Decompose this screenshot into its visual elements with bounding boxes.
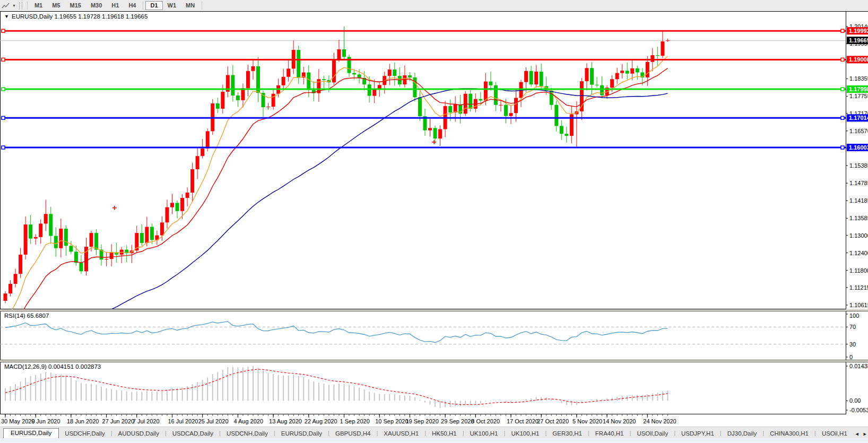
candle-body bbox=[216, 103, 220, 109]
date-axis-label: 13 Aug 2020 bbox=[269, 418, 302, 424]
candle-body bbox=[90, 233, 93, 247]
chart-tab-usdchf-daily[interactable]: USDCHF,Daily bbox=[59, 429, 110, 439]
chart-tab-fra40-h1[interactable]: FRA40,H1 bbox=[589, 429, 630, 439]
line-end-handle[interactable] bbox=[2, 88, 5, 91]
macd-histogram-bar bbox=[177, 388, 178, 401]
candle-body bbox=[59, 229, 63, 248]
chart-tab-uk100-h1[interactable]: UK100,H1 bbox=[505, 429, 545, 439]
chart-tab-audusd-daily[interactable]: AUDUSD,Daily bbox=[112, 429, 165, 439]
price-axis-label: 1.15385 bbox=[849, 162, 868, 169]
macd-axis-label: 0.00 bbox=[849, 397, 861, 404]
price-axis-label: 1.13000 bbox=[849, 232, 868, 239]
candle-body bbox=[580, 81, 584, 111]
tab-scroll-right-icon[interactable]: ► bbox=[861, 431, 868, 439]
macd-histogram-bar bbox=[318, 383, 319, 401]
timeframe-toolbar: ▼ M1M5M15M30H1H4D1W1MN bbox=[0, 0, 868, 12]
macd-histogram-bar bbox=[258, 368, 259, 401]
line-end-handle[interactable] bbox=[841, 29, 844, 32]
candle-body bbox=[297, 50, 300, 77]
tab-scroll-left-icon[interactable]: ◄ bbox=[853, 431, 861, 439]
candle-body bbox=[29, 224, 32, 238]
candle-body bbox=[14, 274, 18, 284]
toolbar-grip[interactable] bbox=[19, 2, 22, 10]
date-axis[interactable]: 30 May 20209 Jun 202018 Jun 202027 Jun 2… bbox=[0, 414, 868, 427]
line-end-handle[interactable] bbox=[841, 146, 844, 149]
macd-panel[interactable]: 0.0143840.00-0.00539MACD(12,26,9) 0.0041… bbox=[0, 362, 868, 414]
arrow-marker[interactable] bbox=[432, 140, 436, 144]
chart-tab-uk100-h1[interactable]: UK100,H1 bbox=[464, 429, 504, 439]
arrow-marker[interactable] bbox=[112, 206, 117, 210]
chart-tab-eurusd-daily[interactable]: EURUSD,Daily bbox=[275, 429, 328, 439]
macd-histogram-bar bbox=[157, 392, 158, 401]
candle-body bbox=[610, 79, 614, 88]
rsi-panel[interactable]: 10070300RSI(14) 65.6807 bbox=[0, 311, 868, 360]
macd-histogram-bar bbox=[480, 401, 481, 403]
candle-body bbox=[630, 68, 634, 74]
candle-body bbox=[448, 106, 452, 112]
macd-histogram-bar bbox=[202, 380, 203, 401]
line-end-handle[interactable] bbox=[2, 58, 5, 61]
chart-tab-gbpusd-h4[interactable]: GBPUSD,H4 bbox=[329, 429, 376, 439]
chart-tab-usdcnh-daily[interactable]: USDCNH,Daily bbox=[221, 429, 274, 439]
timeframe-button-h4[interactable]: H4 bbox=[124, 1, 141, 10]
chart-tab-china300-h1[interactable]: CHINA300,H1 bbox=[764, 429, 814, 439]
date-axis-label: 27 Oct 2020 bbox=[537, 418, 569, 424]
macd-histogram-bar bbox=[71, 378, 72, 401]
macd-histogram-bar bbox=[333, 384, 334, 401]
macd-histogram-bar bbox=[561, 401, 562, 403]
line-end-handle[interactable] bbox=[2, 29, 5, 32]
macd-histogram-bar bbox=[222, 370, 223, 401]
line-end-handle[interactable] bbox=[841, 116, 844, 119]
chart-tab-usdjpy-h1[interactable]: USDJPY,H1 bbox=[675, 429, 720, 439]
macd-histogram-bar bbox=[298, 376, 299, 401]
candle-body bbox=[180, 198, 184, 211]
candle-body bbox=[524, 71, 528, 82]
price-axis-label: 1.14785 bbox=[849, 180, 868, 186]
candle-body bbox=[8, 284, 12, 293]
chart-tab-usdcad-daily[interactable]: USDCAD,Daily bbox=[167, 429, 219, 439]
candle-body bbox=[231, 75, 235, 95]
candle-body bbox=[170, 203, 174, 207]
line-end-handle[interactable] bbox=[841, 88, 844, 91]
chart-tab-ger30-h1[interactable]: GER30,H1 bbox=[546, 429, 588, 439]
chart-tab-hk50-h1[interactable]: HK50,H1 bbox=[426, 429, 463, 439]
timeframe-button-m30[interactable]: M30 bbox=[86, 1, 107, 10]
macd-histogram-bar bbox=[384, 394, 385, 401]
macd-histogram-bar bbox=[25, 378, 26, 401]
main-chart-panel[interactable]: 1.201401.195551.189551.183551.177551.171… bbox=[0, 11, 868, 309]
macd-histogram-bar bbox=[60, 375, 62, 401]
chart-tab-eurusd-daily[interactable]: EURUSD,Daily bbox=[3, 428, 59, 439]
timeframe-button-m5[interactable]: M5 bbox=[47, 1, 65, 10]
timeframe-button-d1[interactable]: D1 bbox=[145, 1, 162, 10]
chart-tab-usoil-daily[interactable]: USOil,Daily bbox=[631, 429, 674, 439]
tool-dropdown-caret[interactable]: ▼ bbox=[12, 4, 16, 7]
macd-histogram-bar bbox=[632, 395, 633, 401]
date-axis-label: 22 Aug 2020 bbox=[305, 418, 337, 424]
line-end-handle[interactable] bbox=[841, 58, 844, 61]
line-end-handle[interactable] bbox=[2, 116, 5, 119]
macd-histogram-bar bbox=[293, 375, 294, 401]
date-axis-label: 5 Nov 2020 bbox=[572, 418, 602, 424]
candle-body bbox=[39, 223, 42, 237]
macd-histogram-bar bbox=[470, 401, 471, 404]
line-studies-icon[interactable] bbox=[2, 2, 12, 10]
line-end-handle[interactable] bbox=[2, 146, 5, 149]
timeframe-button-m1[interactable]: M1 bbox=[30, 1, 47, 10]
chart-tab-dj30-daily[interactable]: DJ30,Daily bbox=[722, 429, 763, 439]
chart-tab-xauusd-h1[interactable]: XAUUSD,H1 bbox=[378, 429, 424, 439]
timeframe-button-mn[interactable]: MN bbox=[181, 1, 199, 10]
macd-histogram-bar bbox=[35, 375, 36, 401]
timeframe-button-h1[interactable]: H1 bbox=[107, 1, 124, 10]
timeframe-buttons: M1M5M15M30H1H4D1W1MN bbox=[30, 1, 204, 10]
macd-histogram-bar bbox=[445, 401, 446, 407]
chart-tab-usoil-h1[interactable]: USOil,H1 bbox=[816, 429, 853, 439]
timeframe-button-w1[interactable]: W1 bbox=[163, 1, 181, 10]
macd-histogram-bar bbox=[642, 395, 643, 401]
macd-histogram-bar bbox=[217, 372, 218, 401]
candle-body bbox=[433, 128, 437, 138]
chart-title-caret[interactable]: ▼ bbox=[4, 14, 9, 19]
candle-body bbox=[590, 68, 594, 84]
candle-body bbox=[530, 71, 533, 84]
timeframe-button-m15[interactable]: M15 bbox=[65, 1, 86, 10]
candle-body bbox=[368, 84, 371, 95]
